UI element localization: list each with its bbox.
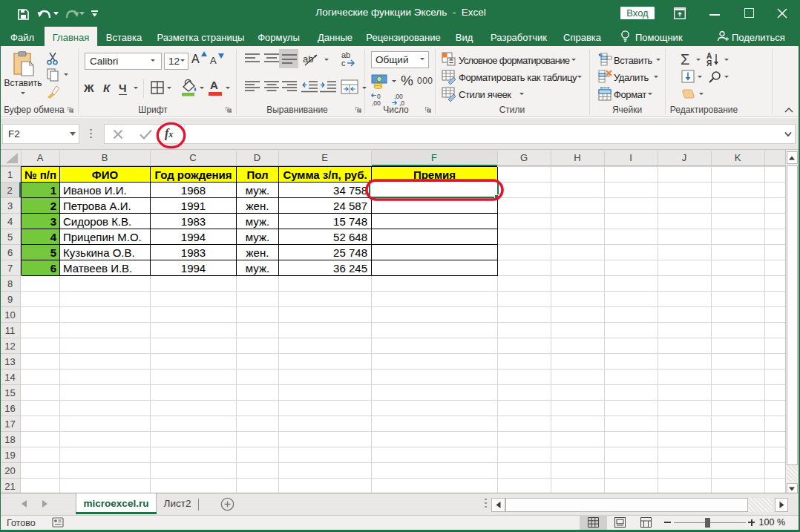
svg-text:Я: Я	[706, 59, 712, 67]
svg-text:c: c	[341, 59, 346, 67]
svg-text:,0: ,0	[399, 99, 404, 107]
svg-text:,00: ,00	[372, 99, 381, 107]
